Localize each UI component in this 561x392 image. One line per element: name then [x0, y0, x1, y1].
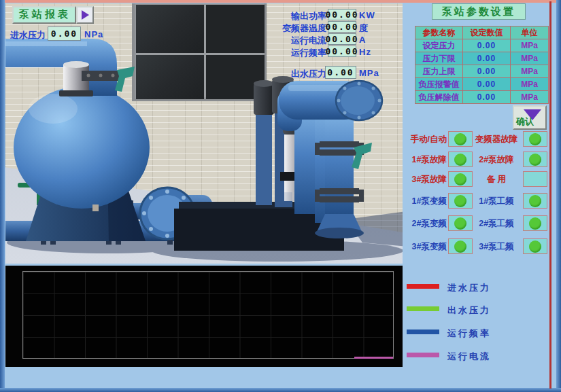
- running-frequency-label: 运行频率: [258, 47, 326, 59]
- indicator-row: 3#泵变频 3#泵工频: [403, 238, 549, 255]
- output-power-value: 00.00: [328, 9, 356, 20]
- lamp-dot: [454, 154, 466, 166]
- running-current-unit: A: [359, 35, 366, 45]
- inlet-pressure-value: 0.00: [48, 26, 81, 41]
- spare-label: 备 用: [471, 174, 522, 185]
- pump1-vfd-lamp[interactable]: [448, 193, 473, 209]
- table-row: 压力上限 0.00 MPa: [415, 65, 549, 78]
- col-header-value: 设定数值: [463, 26, 511, 39]
- legend-label: 出水压力: [447, 304, 491, 317]
- output-power-unit: KW: [359, 10, 375, 20]
- pump1-mains-label: 1#泵工频: [471, 196, 522, 207]
- table-row: 设定压力 0.00 MPa: [415, 39, 549, 52]
- lamp-dot: [454, 133, 466, 145]
- play-arrow-icon: [82, 10, 89, 20]
- manual-auto-label: 手动/自动: [403, 134, 447, 145]
- legend-swatch-running-frequency: [407, 329, 439, 334]
- frame-bottom: [0, 388, 561, 392]
- pump3-vfd-lamp[interactable]: [448, 238, 473, 254]
- report-button-label: 泵站报表: [12, 6, 76, 24]
- trend-plot-area: [22, 271, 394, 359]
- lamp-dot: [529, 240, 541, 253]
- outlet-pressure-unit: MPa: [359, 68, 379, 78]
- settings-panel-title: 泵站参数设置: [432, 3, 526, 20]
- legend-swatch-inlet-pressure: [407, 284, 439, 289]
- parameter-table: 参数名称 设定数值 单位 设定压力 0.00 MPa 压力下限 0.00 MPa…: [415, 26, 549, 104]
- running-frequency-value: 00.00: [328, 46, 356, 57]
- indicator-row: 3#泵故障 备 用: [403, 171, 549, 188]
- legend-swatch-running-current: [407, 353, 439, 357]
- inlet-pipe: [5, 39, 117, 96]
- confirm-button[interactable]: 确认: [513, 105, 547, 130]
- lamp-dot: [529, 154, 541, 166]
- lamp-dot: [454, 173, 466, 185]
- pump3-fault-label: 3#泵故障: [403, 174, 447, 185]
- pump3-fault-lamp[interactable]: [448, 171, 473, 187]
- inverter-temp-value: 00.00: [328, 21, 356, 33]
- indicator-row: 手动/自动 变频器故障: [403, 131, 549, 147]
- hmi-screen: 泵站报表 进水压力 0.00 NPa 输出功率 00.00 KW 变频器温度 0…: [0, 0, 561, 392]
- pump2-vfd-label: 2#泵变频: [403, 218, 447, 230]
- trend-chart: [5, 266, 403, 367]
- table-row: 压力下限 0.00 MPa: [415, 52, 549, 65]
- confirm-button-label: 确认: [516, 115, 534, 128]
- lamp-dot: [529, 133, 541, 145]
- running-current-trace: [354, 357, 393, 359]
- running-current-value: 00.00: [328, 33, 356, 45]
- pump1-fault-label: 1#泵故障: [403, 154, 447, 166]
- frame-left: [0, 0, 5, 392]
- pressure-tank: [14, 86, 150, 241]
- lamp-dot: [529, 195, 541, 207]
- pump1-vfd-label: 1#泵变频: [403, 196, 447, 207]
- pump3-mains-lamp[interactable]: [523, 238, 547, 254]
- lamp-dot: [454, 240, 466, 253]
- pump-1: [254, 80, 274, 205]
- pump1-mains-lamp[interactable]: [523, 193, 547, 209]
- frame-red-line: [549, 1, 551, 389]
- inverter-fault-lamp[interactable]: [523, 131, 547, 147]
- outlet-pressure-value: 0.00: [325, 66, 356, 79]
- neg-pressure-alarm-input[interactable]: 0.00: [463, 78, 511, 91]
- pump3-mains-label: 3#泵工频: [471, 241, 522, 253]
- lamp-dot: [454, 217, 466, 230]
- legend-label: 进水压力: [447, 282, 491, 294]
- table-row: 负压报警值 0.00 MPa: [415, 78, 549, 91]
- pump1-fault-lamp[interactable]: [448, 152, 473, 167]
- indicator-row: 1#泵变频 1#泵工频: [403, 193, 549, 209]
- outlet-pressure-label: 出水压力: [258, 68, 326, 80]
- inverter-temp-label: 变频器温度: [258, 22, 326, 35]
- pressure-high-limit-input[interactable]: 0.00: [463, 65, 511, 78]
- col-header-unit: 单位: [511, 26, 549, 39]
- pump2-mains-label: 2#泵工频: [471, 218, 522, 230]
- pump2-fault-lamp[interactable]: [523, 152, 547, 167]
- lamp-dot: [454, 195, 466, 207]
- manual-auto-lamp[interactable]: [448, 131, 473, 147]
- inverter-temp-unit: 度: [359, 22, 369, 35]
- pump2-vfd-lamp[interactable]: [448, 215, 473, 231]
- legend-label: 运行电流: [447, 351, 491, 363]
- spare-lamp[interactable]: [523, 171, 547, 187]
- col-header-name: 参数名称: [415, 26, 463, 39]
- pump3-vfd-label: 3#泵变频: [403, 241, 447, 253]
- report-button[interactable]: 泵站报表: [12, 6, 94, 24]
- indicator-row: 1#泵故障 2#泵故障: [403, 152, 549, 168]
- neg-pressure-release-input[interactable]: 0.00: [463, 91, 511, 104]
- set-pressure-input[interactable]: 0.00: [463, 39, 511, 52]
- frame-top: [0, 0, 561, 3]
- inverter-fault-label: 变频器故障: [471, 134, 522, 145]
- pump2-mains-lamp[interactable]: [523, 215, 547, 231]
- pump-room-scene: 泵站报表 进水压力 0.00 NPa 输出功率 00.00 KW 变频器温度 0…: [5, 3, 403, 264]
- inlet-pressure-unit: NPa: [84, 29, 103, 39]
- output-power-label: 输出功率: [258, 10, 326, 22]
- legend-swatch-outlet-pressure: [407, 306, 439, 311]
- running-current-label: 运行电流: [258, 35, 326, 47]
- inlet-pressure-label: 进水压力: [10, 29, 46, 41]
- indicator-row: 2#泵变频 2#泵工频: [403, 215, 549, 232]
- table-row: 负压解除值 0.00 MPa: [415, 91, 549, 104]
- pump2-fault-label: 2#泵故障: [471, 154, 522, 166]
- lamp-dot: [529, 217, 541, 230]
- legend-label: 运行频率: [447, 327, 491, 340]
- frame-right: [556, 0, 561, 392]
- running-frequency-unit: Hz: [359, 47, 371, 57]
- pressure-low-limit-input[interactable]: 0.00: [463, 52, 511, 65]
